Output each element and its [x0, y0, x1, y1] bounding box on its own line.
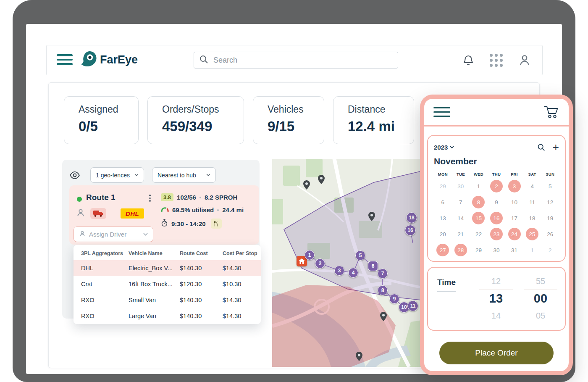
- calendar-day[interactable]: 17: [505, 210, 523, 226]
- geofence-filter-dropdown[interactable]: 1 geo-fences: [90, 167, 144, 183]
- route-card[interactable]: Route 1 DHL: [69, 185, 259, 245]
- map-stop-marker[interactable]: 16: [405, 225, 416, 236]
- top-bar-actions: [462, 45, 531, 75]
- calendar-day[interactable]: 5: [541, 178, 559, 194]
- calendar-day[interactable]: 14: [452, 210, 470, 226]
- search-box[interactable]: [194, 52, 398, 68]
- calendar-day[interactable]: 20: [434, 226, 452, 242]
- calendar-day[interactable]: 23: [488, 226, 506, 242]
- table-cell: $14.30: [223, 292, 261, 308]
- calendar-day[interactable]: 29: [470, 242, 488, 258]
- calendar-day[interactable]: 27: [434, 242, 452, 258]
- calendar-day[interactable]: 28: [452, 242, 470, 258]
- calendar-day[interactable]: 31: [505, 242, 523, 258]
- calendar-day[interactable]: 9: [488, 194, 506, 210]
- year-dropdown[interactable]: 2023: [434, 144, 454, 151]
- map-stop-marker[interactable]: 4: [348, 268, 358, 278]
- calendar-day[interactable]: 11: [523, 194, 541, 210]
- time-option[interactable]: 05: [524, 307, 557, 324]
- sort-filter-dropdown[interactable]: Nearest to hub: [152, 167, 216, 183]
- table-row[interactable]: RXOLarge Van$140.30$14.30: [74, 308, 261, 324]
- map-stop-marker[interactable]: 2: [315, 258, 325, 269]
- notifications-bell-icon[interactable]: [462, 54, 475, 66]
- calendar-day[interactable]: 26: [541, 226, 559, 242]
- utilisation-gauge-icon: [161, 206, 169, 213]
- calendar-day[interactable]: 12: [541, 194, 559, 210]
- time-label: Time: [437, 278, 456, 292]
- time-option[interactable]: 13: [479, 290, 513, 307]
- vehicle-truck-icon: [90, 208, 106, 219]
- table-row[interactable]: DHLElectric_Box V...$140.30$14.30: [74, 260, 261, 276]
- stopwatch-icon: [161, 219, 168, 228]
- route-score-badge: 3.8: [161, 193, 173, 201]
- map-pin[interactable]: [380, 312, 387, 323]
- assign-driver-dropdown[interactable]: Assign Driver: [74, 227, 153, 242]
- table-cell: RXO: [74, 308, 129, 324]
- map-stop-marker[interactable]: 5: [355, 250, 365, 261]
- map-stop-marker[interactable]: 7: [378, 269, 388, 279]
- calendar-day[interactable]: 22: [470, 226, 488, 242]
- weekday-label: THU: [488, 172, 506, 177]
- table-row[interactable]: Crst16ft Box Truck...$120.30$10.30: [74, 276, 261, 292]
- add-plus-icon[interactable]: +: [553, 142, 559, 153]
- calendar-day[interactable]: 29: [434, 178, 452, 194]
- chevron-down-icon: [143, 233, 148, 236]
- calendar-day[interactable]: 15: [470, 210, 488, 226]
- widget-menu-icon[interactable]: [433, 107, 450, 117]
- calendar-day[interactable]: 3: [505, 178, 523, 194]
- map-stop-marker[interactable]: 18: [406, 212, 417, 223]
- stat-value: 12.4 mi: [348, 119, 410, 134]
- route-distance: 24.4 mi: [222, 206, 244, 213]
- map-pin[interactable]: [318, 175, 325, 186]
- calendar-day[interactable]: 25: [523, 226, 541, 242]
- calendar-day[interactable]: 6: [434, 194, 452, 210]
- menu-icon[interactable]: [57, 54, 73, 65]
- calendar-day[interactable]: 30: [488, 242, 506, 258]
- table-row[interactable]: RXOSmall Van$140.30$14.30: [74, 292, 261, 308]
- calendar-day[interactable]: 7: [452, 194, 470, 210]
- route-more-icon[interactable]: [148, 194, 152, 203]
- calendar-day[interactable]: 2: [488, 178, 506, 194]
- calendar-day[interactable]: 16: [488, 210, 506, 226]
- time-option[interactable]: 00: [524, 290, 557, 307]
- map-stop-marker[interactable]: 11: [407, 300, 418, 311]
- search-input[interactable]: [213, 55, 393, 65]
- time-option[interactable]: 55: [524, 273, 557, 290]
- visibility-eye-icon[interactable]: [69, 170, 80, 182]
- map-stop-marker[interactable]: 1: [304, 250, 315, 260]
- table-cell: $120.30: [180, 276, 223, 292]
- calendar-day[interactable]: 2: [541, 242, 559, 258]
- calendar-day[interactable]: 24: [505, 226, 523, 242]
- map-stop-marker[interactable]: 6: [368, 261, 378, 271]
- map-pin[interactable]: [368, 212, 375, 223]
- brand-logo[interactable]: FarEye: [80, 50, 138, 69]
- apps-grid-icon[interactable]: [490, 54, 503, 67]
- table-header-cell: Cost Per Stop: [223, 245, 261, 260]
- calendar-day[interactable]: 1: [470, 178, 488, 194]
- calendar-day[interactable]: 30: [452, 178, 470, 194]
- meal-break-utensils-icon: [211, 219, 222, 229]
- time-option[interactable]: 14: [479, 307, 513, 324]
- map-pin[interactable]: [303, 180, 310, 191]
- calendar-day[interactable]: 21: [452, 226, 470, 242]
- place-order-button[interactable]: Place Order: [439, 342, 554, 364]
- calendar-day[interactable]: 4: [523, 178, 541, 194]
- calendar-day[interactable]: 18: [523, 210, 541, 226]
- route-utilisation: 69.5% utilised: [172, 206, 214, 213]
- calendar-day[interactable]: 8: [470, 194, 488, 210]
- profile-icon[interactable]: [518, 53, 531, 67]
- calendar-day[interactable]: 19: [541, 210, 559, 226]
- calendar-day[interactable]: 13: [434, 210, 452, 226]
- map-stop-marker[interactable]: 3: [334, 266, 344, 276]
- calendar-day[interactable]: 1: [523, 242, 541, 258]
- time-option[interactable]: 12: [479, 273, 513, 290]
- table-cell: $14.30: [223, 308, 261, 324]
- weekday-label: SAT: [523, 172, 541, 177]
- cart-icon[interactable]: [543, 105, 559, 119]
- calendar-search-icon[interactable]: [537, 143, 545, 151]
- map-stop-marker[interactable]: 8: [378, 285, 388, 295]
- map-stop-marker[interactable]: 9: [389, 294, 399, 304]
- calendar-day[interactable]: 10: [505, 194, 523, 210]
- map-pin[interactable]: [356, 352, 362, 363]
- aggregator-table-body: DHLElectric_Box V...$140.30$14.30Crst16f…: [74, 260, 261, 324]
